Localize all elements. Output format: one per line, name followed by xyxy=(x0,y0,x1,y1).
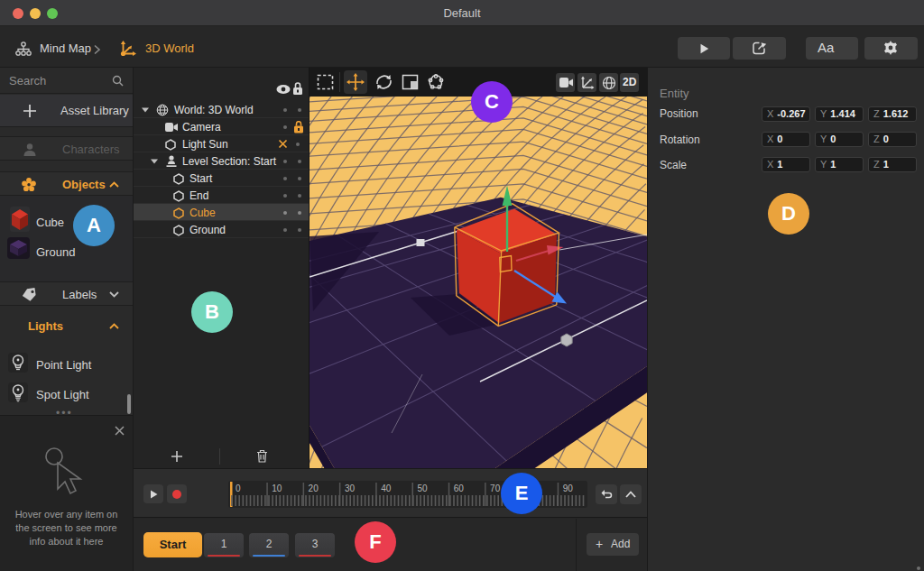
svg-text:0: 0 xyxy=(236,484,241,493)
svg-text:30: 30 xyxy=(345,484,356,493)
svg-text:40: 40 xyxy=(381,484,392,493)
svg-text:60: 60 xyxy=(454,484,465,493)
svg-text:50: 50 xyxy=(418,484,429,493)
svg-text:20: 20 xyxy=(309,484,319,493)
svg-text:90: 90 xyxy=(563,484,574,493)
svg-text:10: 10 xyxy=(272,484,282,493)
svg-text:70: 70 xyxy=(490,484,501,493)
